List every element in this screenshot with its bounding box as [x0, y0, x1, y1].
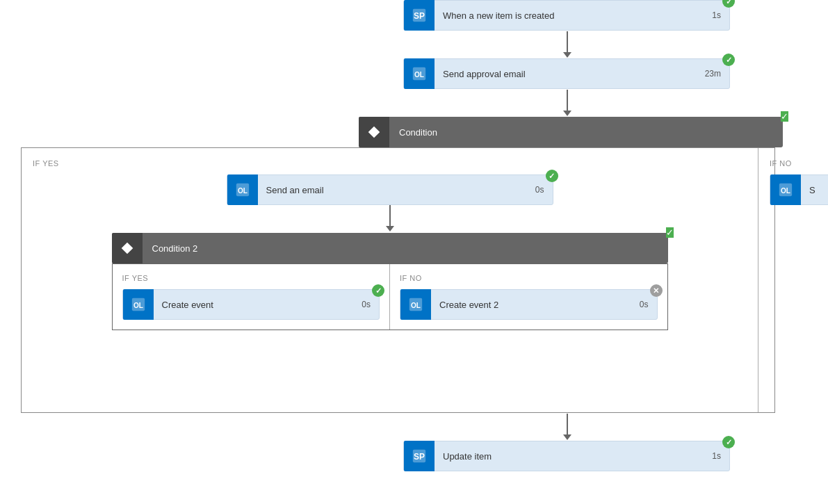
- arrow-3: [563, 414, 571, 441]
- step-icon: SP: [404, 441, 435, 471]
- success-badge: ✓: [722, 436, 735, 448]
- svg-text:OL: OL: [411, 302, 421, 309]
- error-badge: ✕: [650, 284, 663, 297]
- condition-success: ✓: [781, 111, 788, 122]
- step-label: When a new item is created: [435, 10, 705, 21]
- step-label: Send an email: [258, 185, 528, 195]
- if-no-label: IF NO: [770, 159, 828, 168]
- step-icon: SP: [404, 0, 435, 31]
- if-yes-pane: IF YES OL Send an email 0s ✓: [22, 148, 758, 412]
- step-label: Create event: [154, 300, 355, 310]
- success-badge: ✓: [372, 284, 384, 297]
- svg-marker-4: [368, 127, 380, 138]
- success-badge: ✓: [546, 170, 558, 182]
- condition2-success: ✓: [666, 227, 674, 238]
- step-icon: OL: [770, 174, 801, 205]
- arrow-2: [563, 90, 571, 117]
- step-icon: OL: [123, 289, 154, 320]
- outlook-icon: OL: [412, 66, 427, 81]
- outlook-icon: OL: [408, 297, 423, 312]
- send-email-step[interactable]: OL Send an email 0s ✓: [227, 174, 553, 205]
- inner-if-no-pane: IF NO OL Create event 2 0s: [390, 264, 667, 330]
- inner-arrow: [386, 205, 394, 233]
- inner-branch-container: IF YES OL Create event 0s: [112, 263, 668, 330]
- step-badge: 0s: [528, 185, 551, 195]
- condition2-label: Condition 2: [143, 243, 208, 254]
- step-label: Update item: [435, 451, 705, 462]
- condition2-icon-box: [112, 233, 143, 263]
- step-badge: 1s: [705, 10, 728, 20]
- update-item-step[interactable]: SP Update item 1s ✓: [403, 441, 730, 471]
- create-event-step[interactable]: OL Create event 0s ✓: [122, 289, 380, 320]
- condition-label: Condition: [389, 127, 447, 138]
- step-icon: OL: [400, 289, 431, 320]
- sharepoint-icon: SP: [412, 8, 427, 23]
- if-yes-label: IF YES: [33, 159, 747, 168]
- condition-icon-box: [359, 117, 389, 147]
- step-badge: 23m: [698, 69, 728, 79]
- send-approval-step[interactable]: OL Send approval email 23m ✓: [403, 58, 730, 89]
- condition-step[interactable]: Condition ✓: [359, 117, 783, 147]
- step-badge: 1s: [705, 451, 728, 461]
- when-new-item-step[interactable]: SP When a new item is created 1s ✓: [403, 0, 730, 31]
- success-badge: ✓: [722, 54, 735, 66]
- condition-icon: [367, 125, 381, 139]
- flow-canvas: SP When a new item is created 1s ✓ OL Se…: [0, 0, 828, 504]
- inner-if-yes-pane: IF YES OL Create event 0s: [113, 264, 391, 330]
- condition2-icon: [120, 241, 134, 255]
- svg-text:OL: OL: [781, 187, 790, 195]
- outlook-icon: OL: [131, 297, 146, 312]
- create-event2-step[interactable]: OL Create event 2 0s ✕: [400, 289, 658, 320]
- svg-text:SP: SP: [414, 11, 425, 21]
- svg-text:OL: OL: [414, 71, 424, 79]
- if-no-pane: IF NO OL S: [758, 148, 828, 412]
- step-badge: 0s: [633, 300, 656, 309]
- step-badge: 0s: [355, 300, 378, 309]
- if-no-step[interactable]: OL S: [770, 174, 828, 205]
- condition2-step[interactable]: Condition 2 ✓: [112, 233, 668, 263]
- step-label: Create event 2: [431, 300, 633, 310]
- svg-text:OL: OL: [133, 302, 143, 309]
- success-badge: ✓: [722, 0, 735, 8]
- main-branch-container: IF YES OL Send an email 0s ✓: [21, 147, 775, 413]
- outlook-icon: OL: [778, 182, 793, 197]
- sharepoint-icon: SP: [412, 448, 427, 464]
- inner-if-yes-label: IF YES: [122, 274, 380, 282]
- step-label: S: [801, 185, 828, 195]
- svg-text:OL: OL: [238, 187, 247, 195]
- step-label: Send approval email: [435, 69, 698, 79]
- inner-if-no-label: IF NO: [400, 274, 658, 282]
- arrow-1: [563, 31, 571, 59]
- svg-marker-7: [121, 243, 133, 254]
- step-icon: OL: [227, 174, 258, 205]
- outlook-icon: OL: [235, 182, 250, 197]
- svg-text:SP: SP: [414, 452, 425, 462]
- step-icon: OL: [404, 58, 435, 89]
